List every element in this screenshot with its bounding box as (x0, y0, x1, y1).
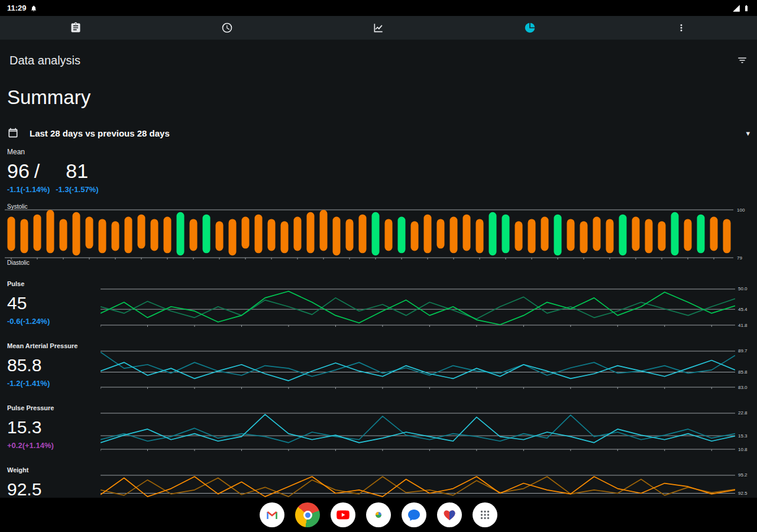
tab-analysis[interactable] (454, 16, 606, 40)
mean-values: 96/81 (7, 160, 99, 183)
axis-label-mid: 45.4 (738, 307, 748, 312)
metric-mean-arterial-pressure: Mean Arterial Pressure 85.8 -1.2(-1.41%)… (0, 340, 757, 399)
metric-label: Mean Arterial Pressure (7, 342, 77, 349)
pulse-line-chart (101, 288, 735, 327)
photos-icon (371, 507, 386, 523)
summary-title: Summary (7, 86, 90, 109)
dock-app-chrome[interactable] (295, 502, 320, 527)
axis-label-max: 22.8 (738, 410, 748, 416)
metric-value: 15.3 (7, 417, 41, 437)
map-line-chart (101, 351, 735, 390)
dock-app-youtube[interactable] (331, 502, 355, 527)
blood-pressure-bar-chart (5, 209, 733, 260)
axis-label-max: 95.2 (738, 472, 748, 478)
dock-app-health[interactable] (437, 502, 462, 527)
taskbar (0, 498, 757, 532)
metric-value: 85.8 (7, 355, 41, 375)
pulse-pressure-line-chart (101, 413, 735, 452)
axis-label-mid: 15.3 (738, 433, 748, 439)
dock-app-messages[interactable] (402, 502, 426, 527)
tab-history[interactable] (151, 16, 303, 40)
date-range-label: Last 28 days vs previous 28 days (30, 128, 170, 138)
blood-pressure-chart-block: Systolic Diastolic 100 79 (0, 203, 757, 270)
axis-label-min: 83.0 (738, 385, 748, 390)
messages-icon (407, 508, 421, 522)
clock-icon (221, 22, 233, 34)
axis-label-max: 89.7 (738, 348, 748, 353)
gmail-icon (265, 508, 279, 522)
app-grid-icon (478, 508, 491, 521)
mean-changes: -1.1(-1.14%) -1.3(-1.57%) (7, 185, 99, 194)
signal-icon (732, 4, 740, 12)
mean-separator: / (34, 160, 40, 182)
top-nav (0, 16, 757, 40)
date-range-selector[interactable]: Last 28 days vs previous 28 days ▾ (7, 124, 750, 142)
metric-pulse-pressure: Pulse Pressure 15.3 +0.2(+1.14%) 22.8 15… (0, 402, 757, 461)
metric-value: 45 (7, 293, 27, 313)
metric-label: Weight (7, 466, 28, 473)
metric-value: 92.5 (7, 479, 41, 499)
calendar-icon (7, 127, 19, 139)
metric-change: -1.2(-1.41%) (7, 379, 50, 388)
metric-pulse: Pulse 45 -0.6(-1.24%) 50.0 45.4 41.8 (0, 278, 757, 337)
heart-icon (442, 508, 457, 522)
metric-change: -0.6(-1.24%) (7, 317, 50, 326)
systolic-change: -1.1(-1.14%) (7, 185, 50, 194)
metric-change: +0.2(+1.14%) (7, 441, 54, 450)
chrome-icon (303, 511, 312, 520)
dock-app-gmail[interactable] (260, 502, 284, 527)
dock-app-drawer[interactable] (473, 502, 497, 527)
notification-icon (30, 5, 37, 12)
tab-records[interactable] (0, 16, 151, 40)
chevron-down-icon: ▾ (746, 129, 750, 138)
mean-block: Mean 96/81 -1.1(-1.14%) -1.3(-1.57%) (7, 148, 99, 194)
clipboard-icon (70, 22, 82, 34)
dock-app-photos[interactable] (366, 502, 391, 527)
chart-icon (373, 22, 384, 34)
metric-label: Pulse (7, 280, 24, 287)
overflow-menu-icon (676, 22, 687, 33)
youtube-icon (335, 507, 351, 523)
metric-label: Pulse Pressure (7, 404, 54, 411)
mean-diastolic-value: 81 (66, 160, 88, 182)
page-header: Data analysis (9, 52, 748, 69)
axis-label-max: 50.0 (738, 286, 748, 291)
axis-label-min: 10.8 (738, 447, 748, 452)
filter-button[interactable] (737, 55, 748, 66)
filter-icon (737, 55, 748, 66)
page-title: Data analysis (9, 54, 80, 67)
tab-statistics[interactable] (303, 16, 454, 40)
mean-label: Mean (7, 148, 99, 156)
axis-label-mid: 85.8 (738, 369, 748, 375)
axis-label-min: 79 (737, 255, 742, 261)
pie-chart-icon (524, 22, 536, 34)
mean-systolic-value: 96 (7, 160, 30, 182)
status-bar: 11:29 (0, 0, 757, 16)
axis-label-max: 100 (737, 207, 745, 213)
battery-icon (743, 4, 750, 13)
diastolic-change: -1.3(-1.57%) (56, 185, 98, 194)
axis-label-min: 41.8 (738, 323, 748, 328)
diastolic-caption: Diastolic (7, 259, 30, 266)
axis-label-mid: 92.5 (738, 491, 748, 496)
status-time: 11:29 (7, 4, 27, 12)
app-screen: 11:29 Data analysis Summary (0, 0, 757, 532)
overflow-menu-button[interactable] (606, 16, 757, 40)
